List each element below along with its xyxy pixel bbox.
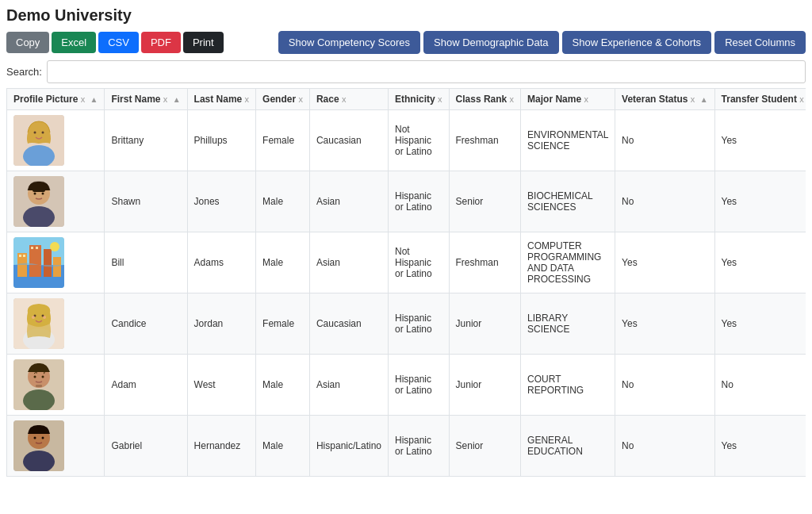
cell-profile bbox=[7, 416, 105, 477]
csv-button[interactable]: CSV bbox=[98, 32, 139, 53]
svg-rect-20 bbox=[23, 255, 25, 257]
cell-transfer: Yes bbox=[714, 171, 806, 232]
cell-gender: Male bbox=[256, 232, 310, 293]
col-first[interactable]: First Name x ▲ bbox=[105, 89, 187, 110]
copy-button[interactable]: Copy bbox=[6, 32, 49, 53]
avatar bbox=[13, 176, 64, 227]
cell-ethnicity: Not Hispanic or Latino bbox=[389, 232, 450, 293]
demographic-button[interactable]: Show Demographic Data bbox=[423, 31, 559, 54]
svg-rect-21 bbox=[31, 247, 33, 249]
cell-class: Senior bbox=[449, 416, 521, 477]
svg-rect-16 bbox=[29, 245, 41, 277]
svg-point-4 bbox=[42, 132, 44, 134]
student-table: Profile Picture x ▲ First Name x ▲ Last … bbox=[6, 88, 806, 477]
cell-first: Brittany bbox=[105, 110, 187, 171]
excel-button[interactable]: Excel bbox=[52, 32, 96, 53]
cell-transfer: No bbox=[714, 355, 806, 416]
col-veteran[interactable]: Veteran Status x ▲ bbox=[615, 89, 714, 110]
cell-veteran: Yes bbox=[615, 232, 714, 293]
cell-profile bbox=[7, 293, 105, 355]
svg-rect-17 bbox=[44, 249, 52, 277]
svg-point-29 bbox=[32, 316, 35, 319]
svg-point-34 bbox=[34, 376, 36, 378]
cell-transfer: Yes bbox=[714, 416, 806, 477]
table-row: Adam West Male Asian Hispanic or Latino … bbox=[7, 355, 806, 416]
export-buttons: Copy Excel CSV PDF Print bbox=[6, 32, 224, 53]
svg-point-9 bbox=[34, 193, 36, 195]
cell-first: Gabriel bbox=[105, 416, 187, 477]
svg-rect-43 bbox=[40, 432, 45, 434]
col-profile[interactable]: Profile Picture x ▲ bbox=[7, 89, 105, 110]
competency-button[interactable]: Show Competency Scores bbox=[278, 31, 420, 54]
col-ethnicity[interactable]: Ethnicity x bbox=[389, 89, 450, 110]
pdf-button[interactable]: PDF bbox=[141, 32, 181, 53]
cell-first: Shawn bbox=[105, 171, 187, 232]
reset-button[interactable]: Reset Columns bbox=[714, 31, 806, 54]
cell-ethnicity: Hispanic or Latino bbox=[389, 293, 450, 355]
cell-veteran: No bbox=[615, 416, 714, 477]
cell-race: Asian bbox=[309, 232, 388, 293]
col-race[interactable]: Race x bbox=[309, 89, 388, 110]
cell-gender: Female bbox=[256, 110, 310, 171]
svg-rect-22 bbox=[36, 247, 38, 249]
svg-point-40 bbox=[34, 437, 36, 439]
col-major[interactable]: Major Name x bbox=[521, 89, 615, 110]
col-last[interactable]: Last Name x bbox=[187, 89, 256, 110]
cell-gender: Female bbox=[256, 293, 310, 355]
cell-last: Jones bbox=[187, 171, 256, 232]
cell-gender: Male bbox=[256, 171, 310, 232]
avatar bbox=[13, 359, 64, 410]
avatar bbox=[13, 237, 64, 288]
cell-class: Senior bbox=[449, 171, 521, 232]
col-gender[interactable]: Gender x bbox=[256, 89, 310, 110]
table-container: Profile Picture x ▲ First Name x ▲ Last … bbox=[6, 88, 806, 477]
cell-last: Jordan bbox=[187, 293, 256, 355]
svg-rect-19 bbox=[19, 255, 21, 257]
action-buttons: Show Competency Scores Show Demographic … bbox=[278, 31, 806, 54]
cell-race: Asian bbox=[309, 171, 388, 232]
cell-ethnicity: Hispanic or Latino bbox=[389, 171, 450, 232]
cell-transfer: Yes bbox=[714, 232, 806, 293]
svg-rect-36 bbox=[36, 385, 42, 387]
table-header-row: Profile Picture x ▲ First Name x ▲ Last … bbox=[7, 89, 806, 110]
cell-profile bbox=[7, 232, 105, 293]
svg-point-35 bbox=[42, 376, 44, 378]
cell-profile bbox=[7, 355, 105, 416]
cell-profile bbox=[7, 171, 105, 232]
cell-veteran: No bbox=[615, 110, 714, 171]
cohorts-button[interactable]: Show Experience & Cohorts bbox=[562, 31, 712, 54]
cell-last: West bbox=[187, 355, 256, 416]
cell-race: Caucasian bbox=[309, 293, 388, 355]
col-class[interactable]: Class Rank x bbox=[449, 89, 521, 110]
cell-major: LIBRARY SCIENCE bbox=[521, 293, 615, 355]
cell-profile bbox=[7, 110, 105, 171]
avatar bbox=[13, 115, 64, 166]
cell-last: Phillups bbox=[187, 110, 256, 171]
cell-first: Candice bbox=[105, 293, 187, 355]
cell-transfer: Yes bbox=[714, 293, 806, 355]
avatar bbox=[13, 298, 64, 349]
col-transfer[interactable]: Transfer Student x bbox=[714, 89, 806, 110]
cell-major: ENVIRONMENTAL SCIENCE bbox=[521, 110, 615, 171]
svg-point-30 bbox=[43, 316, 46, 319]
cell-veteran: Yes bbox=[615, 293, 714, 355]
cell-ethnicity: Hispanic or Latino bbox=[389, 416, 450, 477]
cell-ethnicity: Not Hispanic or Latino bbox=[389, 110, 450, 171]
search-input[interactable] bbox=[47, 60, 806, 83]
svg-point-23 bbox=[50, 242, 59, 251]
page-title: Demo University bbox=[6, 6, 806, 25]
svg-rect-42 bbox=[33, 432, 38, 434]
cell-gender: Male bbox=[256, 355, 310, 416]
avatar bbox=[13, 420, 64, 471]
cell-major: COURT REPORTING bbox=[521, 355, 615, 416]
cell-major: BIOCHEMICAL SCIENCES bbox=[521, 171, 615, 232]
svg-rect-12 bbox=[40, 190, 44, 192]
print-button[interactable]: Print bbox=[183, 32, 224, 53]
search-row: Search: bbox=[6, 60, 806, 83]
svg-point-41 bbox=[42, 437, 44, 439]
svg-point-3 bbox=[34, 132, 36, 134]
cell-race: Caucasian bbox=[309, 110, 388, 171]
cell-class: Freshman bbox=[449, 232, 521, 293]
table-row: Shawn Jones Male Asian Hispanic or Latin… bbox=[7, 171, 806, 232]
search-label: Search: bbox=[6, 66, 42, 78]
